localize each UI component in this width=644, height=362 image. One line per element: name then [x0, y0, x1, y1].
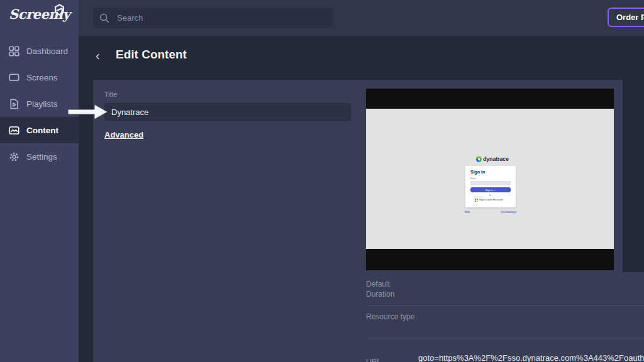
- resource-type-label: Resource type: [366, 312, 416, 322]
- dynatrace-logo-icon: [476, 156, 482, 162]
- dashboard-grid-icon: [9, 46, 19, 57]
- sidebar-item-screens[interactable]: Screens: [0, 64, 79, 90]
- sidebar-item-label: Dashboard: [26, 47, 68, 56]
- preview-help-link: Help: [465, 210, 470, 213]
- preview-signin-button-label: Sign in →: [485, 189, 496, 192]
- page-header: ‹ Edit Content: [79, 36, 644, 80]
- playlists-icon: [9, 99, 19, 109]
- search-input[interactable]: [116, 13, 327, 23]
- preview-signin-card: Sign in E-mail Enter your email Sign in …: [465, 166, 516, 207]
- sidebar-nav: Dashboard Screens Playlists: [0, 38, 79, 170]
- preview-screen: dynatrace Sign in E-mail Enter your emai…: [366, 109, 614, 249]
- url-value: goto=https%3A%2F%2Fsso.dynatrace.com%3A4…: [418, 353, 644, 362]
- title-field-label: Title: [104, 90, 117, 98]
- default-duration-label: Default Duration: [366, 279, 416, 299]
- sidebar-item-content[interactable]: Content: [0, 117, 79, 143]
- row-divider: [366, 305, 644, 306]
- content-details-card: Default Duration Resource type URL goto=…: [93, 272, 644, 362]
- screens-icon: [9, 72, 19, 83]
- preview-email-label: E-mail: [470, 177, 476, 179]
- search-icon: [99, 13, 109, 23]
- dynatrace-logo-text: dynatrace: [483, 156, 509, 162]
- dynatrace-logo: dynatrace: [476, 156, 509, 162]
- order-players-button[interactable]: Order Players: [608, 8, 644, 27]
- advanced-link[interactable]: Advanced: [104, 130, 143, 140]
- sidebar: Screenly Dashboard: [0, 0, 79, 362]
- microsoft-logo-icon: [475, 199, 478, 202]
- sidebar-item-dashboard[interactable]: Dashboard: [0, 38, 79, 64]
- preview-signin-button: Sign in →: [470, 187, 511, 192]
- screenly-logo[interactable]: Screenly: [0, 0, 79, 43]
- content-image-icon: [9, 125, 19, 136]
- content-preview: dynatrace Sign in E-mail Enter your emai…: [366, 89, 614, 270]
- sidebar-item-playlists[interactable]: Playlists: [0, 90, 79, 117]
- settings-gear-icon: [9, 151, 19, 162]
- preview-microsoft-signin-label: Sign in with Microsoft: [479, 198, 503, 201]
- url-label: URL: [366, 357, 416, 362]
- edit-content-card: Title Advanced dynatrace Sign in E-mail …: [93, 80, 623, 272]
- page-title: Edit Content: [116, 48, 187, 62]
- sidebar-item-label: Settings: [26, 152, 57, 162]
- back-button[interactable]: ‹: [96, 49, 100, 62]
- app-root: Screenly Dashboard: [0, 0, 644, 362]
- topbar: Order Players: [79, 0, 644, 36]
- sidebar-item-label: Screens: [26, 73, 58, 82]
- sidebar-item-label: Playlists: [26, 99, 58, 109]
- sidebar-item-label: Content: [26, 126, 58, 135]
- screenly-hexagon-icon: [54, 4, 65, 18]
- preview-signin-heading: Sign in: [470, 170, 485, 174]
- preview-try-link: Try Dynatrace: [501, 210, 516, 213]
- search-box: [93, 8, 333, 28]
- row-divider: [366, 338, 644, 339]
- preview-footer-links: Help Try Dynatrace: [465, 210, 516, 214]
- preview-email-input: Enter your email: [470, 181, 511, 185]
- title-input[interactable]: [104, 103, 351, 121]
- sidebar-item-settings[interactable]: Settings: [0, 143, 79, 170]
